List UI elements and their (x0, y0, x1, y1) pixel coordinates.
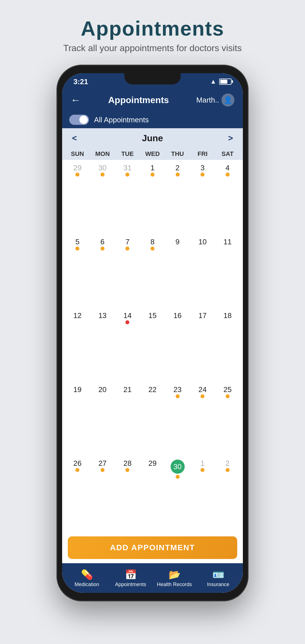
calendar-date: 4 (225, 164, 229, 171)
calendar-cell[interactable]: 17 (190, 309, 215, 383)
appointment-dot (151, 247, 154, 251)
calendar-cell[interactable]: 14 (115, 309, 140, 383)
calendar-date: 14 (123, 312, 132, 319)
calendar-date: 21 (123, 386, 132, 393)
next-month-button[interactable]: > (228, 133, 233, 143)
calendar-cell[interactable]: 11 (215, 235, 240, 309)
calendar-date: 20 (98, 386, 106, 393)
nav-appointments-label: Appointments (115, 582, 146, 588)
user-area[interactable]: Marth.. 👤 (196, 93, 234, 106)
calendar-cell[interactable]: 4 (215, 161, 240, 235)
appointment-dot (125, 468, 129, 472)
nav-insurance[interactable]: 🪪 Insurance (196, 569, 240, 588)
calendar-cell[interactable]: 30 (165, 457, 190, 531)
user-name: Marth.. (196, 96, 219, 105)
calendar-cell[interactable]: 28 (115, 457, 140, 531)
appointment-dot (125, 320, 129, 324)
calendar-cell[interactable]: 1 (140, 161, 165, 235)
appointment-dot (176, 394, 180, 398)
calendar-date: 23 (173, 386, 182, 393)
calendar-date: 31 (123, 164, 132, 171)
calendar-cell[interactable]: 25 (215, 383, 240, 457)
appointment-dot (75, 173, 79, 177)
calendar-date: 22 (149, 386, 157, 393)
battery-fill (220, 80, 227, 84)
page-title: Appointments (63, 17, 242, 40)
calendar-cell[interactable]: 31 (115, 161, 140, 235)
calendar-date: 29 (149, 460, 157, 467)
health-records-icon: 📂 (169, 569, 180, 580)
phone-shell: 3:21 ▲ ← Appointments Marth.. 👤 (56, 65, 249, 601)
appointments-icon: 📅 (125, 569, 137, 580)
nav-insurance-label: Insurance (207, 582, 229, 588)
calendar-date: 3 (201, 164, 204, 171)
all-appointments-toggle[interactable] (69, 115, 89, 125)
appointment-dot (75, 468, 79, 472)
add-appointment-button[interactable]: ADD APPOINTMENT (68, 536, 237, 559)
calendar-cell[interactable]: 30 (90, 161, 115, 235)
calendar-cell[interactable]: 8 (140, 235, 165, 309)
toggle-label: All Appointments (94, 116, 149, 124)
calendar-cell[interactable]: 1 (190, 457, 215, 531)
calendar-cell[interactable]: 15 (140, 309, 165, 383)
appointment-dot (151, 173, 154, 177)
calendar-date: 19 (73, 386, 82, 393)
calendar-cell[interactable]: 22 (140, 383, 165, 457)
appointment-dot (201, 173, 204, 177)
calendar-cell[interactable]: 26 (65, 457, 90, 531)
calendar-cell[interactable]: 20 (90, 383, 115, 457)
calendar-cell[interactable]: 10 (190, 235, 215, 309)
calendar-cell[interactable]: 27 (90, 457, 115, 531)
appointment-dot (125, 173, 129, 177)
notch (124, 73, 181, 84)
avatar[interactable]: 👤 (221, 93, 234, 106)
calendar-cell[interactable]: 13 (90, 309, 115, 383)
calendar-cell[interactable]: 2 (165, 161, 190, 235)
appointment-dot (201, 394, 204, 398)
wifi-icon: ▲ (210, 78, 216, 85)
prev-month-button[interactable]: < (72, 133, 77, 143)
day-wed: WED (140, 150, 165, 158)
calendar-cell[interactable]: 29 (140, 457, 165, 531)
appointment-dot (201, 468, 204, 472)
nav-appointments[interactable]: 📅 Appointments (109, 569, 152, 588)
nav-health-records[interactable]: 📂 Health Records (152, 569, 196, 588)
calendar-cell[interactable]: 23 (165, 383, 190, 457)
calendar-date: 10 (199, 238, 207, 245)
calendar-cell[interactable]: 6 (90, 235, 115, 309)
calendar-date: 1 (151, 164, 154, 171)
day-headers: SUN MON TUE WED THU FRI SAT (62, 148, 243, 160)
user-icon: 👤 (223, 96, 232, 105)
calendar-date: 16 (173, 312, 182, 319)
status-time: 3:21 (73, 76, 88, 86)
calendar-date: 9 (175, 238, 179, 245)
calendar-date: 28 (123, 460, 132, 467)
header-title: Appointments (108, 95, 169, 105)
calendar-date: 12 (73, 312, 82, 319)
calendar-cell[interactable]: 16 (165, 309, 190, 383)
calendar-cell[interactable]: 24 (190, 383, 215, 457)
calendar-date: 13 (98, 312, 106, 319)
appointment-dot (176, 173, 180, 177)
day-sun: SUN (65, 150, 90, 158)
calendar-cell[interactable]: 3 (190, 161, 215, 235)
calendar-date: 2 (225, 460, 229, 467)
calendar-cell[interactable]: 5 (65, 235, 90, 309)
battery-icon (219, 79, 232, 85)
calendar-date: 2 (175, 164, 179, 171)
appointment-dot (75, 247, 79, 251)
nav-health-records-label: Health Records (157, 582, 192, 588)
status-icons: ▲ (210, 77, 232, 85)
calendar-date: 5 (75, 238, 79, 245)
calendar-cell[interactable]: 29 (65, 161, 90, 235)
calendar-cell[interactable]: 21 (115, 383, 140, 457)
calendar-date: 29 (73, 164, 82, 171)
nav-medication[interactable]: 💊 Medication (65, 569, 109, 588)
calendar-cell[interactable]: 18 (215, 309, 240, 383)
calendar-cell[interactable]: 2 (215, 457, 240, 531)
back-button[interactable]: ← (71, 94, 81, 106)
calendar-cell[interactable]: 12 (65, 309, 90, 383)
calendar-cell[interactable]: 9 (165, 235, 190, 309)
calendar-cell[interactable]: 19 (65, 383, 90, 457)
calendar-cell[interactable]: 7 (115, 235, 140, 309)
